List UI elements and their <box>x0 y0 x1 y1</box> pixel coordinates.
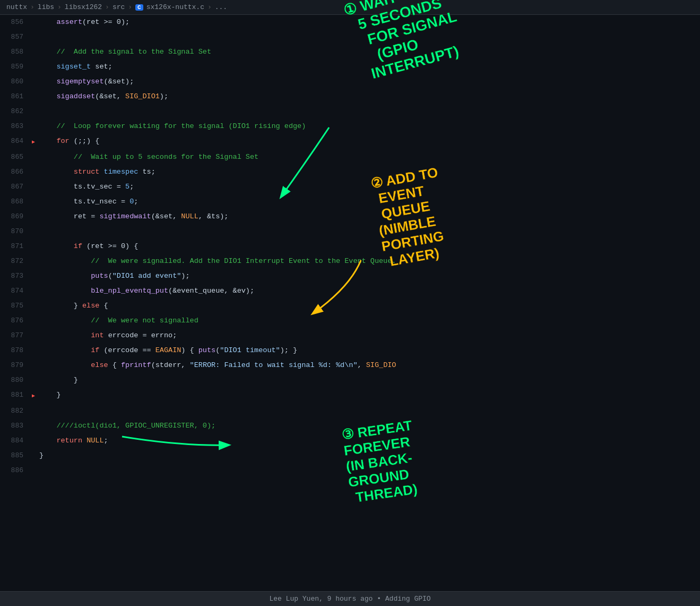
line-number: 875 <box>0 298 32 313</box>
line-marker <box>32 343 37 358</box>
line-content: ret = sigtimedwait(&set, NULL, &ts); <box>37 209 700 224</box>
table-row: 864 for (;;) { <box>0 134 700 150</box>
table-row: 880 } <box>0 373 700 388</box>
line-marker <box>32 165 37 180</box>
line-content: // We were not signalled <box>37 313 700 328</box>
line-marker <box>32 150 37 165</box>
table-row: 872 // We were signalled. Add the DIO1 I… <box>0 254 700 269</box>
table-row: 859 sigset_t set; <box>0 59 700 74</box>
line-marker <box>32 373 37 388</box>
line-marker <box>32 30 37 45</box>
table-row: 884 return NULL; <box>0 433 700 448</box>
line-marker <box>32 284 37 298</box>
line-content: else { fprintf(stderr, "ERROR: Failed to… <box>37 358 700 373</box>
table-row: 882 <box>0 404 700 419</box>
status-bar: Lee Lup Yuen, 9 hours ago • Adding GPIO <box>0 591 700 606</box>
table-row: 860 sigemptyset(&set); <box>0 74 700 89</box>
line-number: 871 <box>0 239 32 254</box>
line-content: return NULL; <box>37 433 700 448</box>
breadcrumb-src[interactable]: src <box>113 3 125 11</box>
line-content <box>37 104 700 119</box>
table-row: 873 puts("DIO1 add event"); <box>0 269 700 284</box>
breadcrumb-libsx1262[interactable]: libsx1262 <box>65 3 102 11</box>
line-marker <box>32 15 37 30</box>
line-number: 856 <box>0 15 32 30</box>
line-marker <box>32 134 37 150</box>
table-row: 875 } else { <box>0 298 700 313</box>
line-marker <box>32 45 37 59</box>
table-row: 871 if (ret >= 0) { <box>0 239 700 254</box>
code-container: 856 assert(ret >= 0);857 858 // Add the … <box>0 15 700 493</box>
line-number: 857 <box>0 30 32 45</box>
line-content: sigset_t set; <box>37 59 700 74</box>
line-marker <box>32 224 37 239</box>
line-number: 865 <box>0 150 32 165</box>
table-row: 886 <box>0 463 700 478</box>
breadcrumb: nuttx › libs › libsx1262 › src › C sx126… <box>0 0 700 15</box>
line-content <box>37 30 700 45</box>
line-marker <box>32 269 37 284</box>
line-marker <box>32 419 37 433</box>
line-content: sigemptyset(&set); <box>37 74 700 89</box>
line-number: 874 <box>0 284 32 298</box>
line-number: 884 <box>0 433 32 448</box>
table-row: 883 ////ioctl(dio1, GPIOC_UNREGISTER, 0)… <box>0 419 700 433</box>
breadcrumb-filename[interactable]: sx126x-nuttx.c <box>146 3 204 11</box>
table-row: 866 struct timespec ts; <box>0 165 700 180</box>
table-row: 877 int errcode = errno; <box>0 328 700 343</box>
line-number: 880 <box>0 373 32 388</box>
line-marker <box>32 404 37 419</box>
line-number: 883 <box>0 419 32 433</box>
line-number: 885 <box>0 448 32 463</box>
line-marker <box>32 313 37 328</box>
table-row: 885} <box>0 448 700 463</box>
line-content: } <box>37 388 700 404</box>
line-content: } <box>37 373 700 388</box>
line-number: 867 <box>0 180 32 194</box>
line-content: struct timespec ts; <box>37 165 700 180</box>
table-row: 857 <box>0 30 700 45</box>
table-row: 881 } <box>0 388 700 404</box>
line-marker <box>32 104 37 119</box>
line-content: // Loop forever waiting for the signal (… <box>37 119 700 134</box>
table-row: 868 ts.tv_nsec = 0; <box>0 194 700 209</box>
table-row: 867 ts.tv_sec = 5; <box>0 180 700 194</box>
line-marker <box>32 119 37 134</box>
table-row: 858 // Add the signal to the Signal Set <box>0 45 700 59</box>
line-number: 877 <box>0 328 32 343</box>
line-number: 858 <box>0 45 32 59</box>
line-marker <box>32 448 37 463</box>
table-row: 874 ble_npl_eventq_put(&event_queue, &ev… <box>0 284 700 298</box>
line-content: if (errcode == EAGAIN) { puts("DIO1 time… <box>37 343 700 358</box>
line-number: 860 <box>0 74 32 89</box>
line-content: sigaddset(&set, SIG_DIO1); <box>37 89 700 104</box>
line-number: 886 <box>0 463 32 478</box>
table-row: 876 // We were not signalled <box>0 313 700 328</box>
line-number: 878 <box>0 343 32 358</box>
table-row: 878 if (errcode == EAGAIN) { puts("DIO1 … <box>0 343 700 358</box>
line-marker <box>32 463 37 478</box>
line-number: 859 <box>0 59 32 74</box>
table-row: 870 <box>0 224 700 239</box>
breadcrumb-libs[interactable]: libs <box>38 3 54 11</box>
line-marker <box>32 298 37 313</box>
line-number: 868 <box>0 194 32 209</box>
line-marker <box>32 239 37 254</box>
table-row: 862 <box>0 104 700 119</box>
breadcrumb-nuttx[interactable]: nuttx <box>6 3 27 11</box>
line-content: ////ioctl(dio1, GPIOC_UNREGISTER, 0); <box>37 419 700 433</box>
line-content: ts.tv_sec = 5; <box>37 180 700 194</box>
line-content: } else { <box>37 298 700 313</box>
line-content: // Wait up to 5 seconds for the Signal S… <box>37 150 700 165</box>
table-row: 869 ret = sigtimedwait(&set, NULL, &ts); <box>0 209 700 224</box>
line-content: ts.tv_nsec = 0; <box>37 194 700 209</box>
table-row: 856 assert(ret >= 0); <box>0 15 700 30</box>
line-marker <box>32 254 37 269</box>
table-row: 865 // Wait up to 5 seconds for the Sign… <box>0 150 700 165</box>
line-marker <box>32 59 37 74</box>
line-number: 862 <box>0 104 32 119</box>
line-content: puts("DIO1 add event"); <box>37 269 700 284</box>
line-marker <box>32 388 37 404</box>
line-number: 863 <box>0 119 32 134</box>
line-marker <box>32 358 37 373</box>
